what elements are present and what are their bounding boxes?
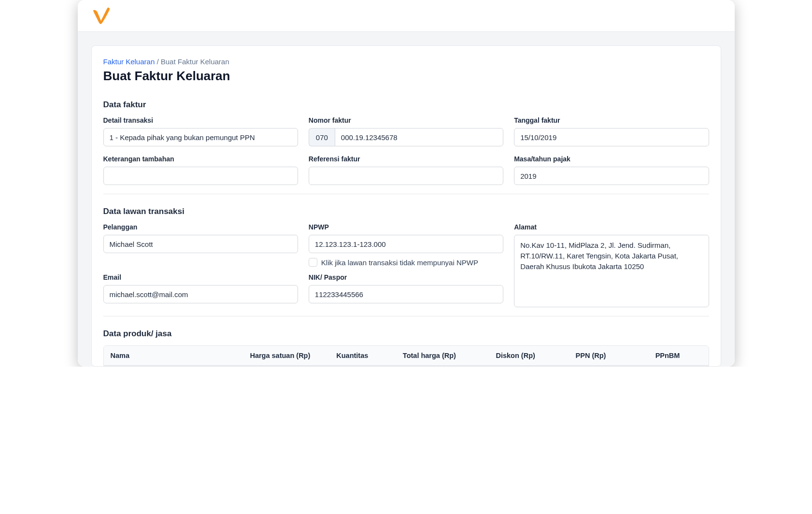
product-table-header: Nama Harga satuan (Rp) Kuantitas Total h… [104,346,709,366]
input-detail-transaksi[interactable]: 1 - Kepada pihak yang bukan pemungut PPN [103,128,298,146]
field-referensi-faktur: Referensi faktur [309,155,503,185]
lawan-row: Pelanggan Michael Scott Email michael.sc… [103,223,709,307]
section-title-faktur: Data faktur [103,100,709,110]
input-group-nomor-faktur: 070 000.19.12345678 [309,128,503,146]
label-npwp: NPWP [309,223,503,231]
col-header-diskon: Diskon (Rp) [489,346,569,365]
label-keterangan-tambahan: Keterangan tambahan [103,155,298,163]
label-referensi-faktur: Referensi faktur [309,155,503,163]
col-header-nama: Nama [104,346,243,365]
field-keterangan-tambahan: Keterangan tambahan [103,155,298,185]
label-nomor-faktur: Nomor faktur [309,116,503,124]
col-header-ppn: PPN (Rp) [569,346,649,365]
input-referensi-faktur[interactable] [309,167,503,185]
label-detail-transaksi: Detail transaksi [103,116,298,124]
field-nik: NIK/ Paspor 112233445566 [309,273,503,303]
textarea-alamat[interactable]: No.Kav 10-11, MidPlaza 2, Jl. Jend. Sudi… [514,235,709,307]
divider [103,316,709,316]
breadcrumb-root-link[interactable]: Faktur Keluaran [103,57,155,66]
breadcrumb-current: Buat Faktur Keluaran [161,57,229,66]
field-alamat: Alamat No.Kav 10-11, MidPlaza 2, Jl. Jen… [514,223,709,307]
input-masa-tahun-pajak[interactable]: 2019 [514,167,709,185]
input-nomor-faktur[interactable]: 000.19.12345678 [335,128,503,146]
page-title: Buat Faktur Keluaran [103,69,709,84]
input-keterangan-tambahan[interactable] [103,167,298,185]
input-tanggal-faktur[interactable]: 15/10/2019 [514,128,709,146]
input-pelanggan[interactable]: Michael Scott [103,235,298,253]
checkbox-row-no-npwp: Klik jika lawan transaksi tidak mempunya… [309,258,503,267]
page-body: Faktur Keluaran / Buat Faktur Keluaran B… [78,32,735,367]
label-masa-tahun-pajak: Masa/tahun pajak [514,155,709,163]
checkbox-no-npwp[interactable] [309,258,317,267]
lawan-col-1: Pelanggan Michael Scott Email michael.sc… [103,223,298,303]
col-header-harga-satuan: Harga satuan (Rp) [243,346,329,365]
checkbox-label-no-npwp: Klik jika lawan transaksi tidak mempunya… [321,258,478,267]
section-title-lawan: Data lawan transaksi [103,207,709,216]
product-table: Nama Harga satuan (Rp) Kuantitas Total h… [103,345,709,366]
input-npwp[interactable]: 12.123.123.1-123.000 [309,235,503,253]
breadcrumb-separator: / [157,57,158,66]
label-email: Email [103,273,298,281]
label-alamat: Alamat [514,223,709,231]
col-header-ppnbm: PPnBM [649,346,709,365]
input-prefix-nomor-faktur: 070 [309,128,335,146]
input-nik[interactable]: 112233445566 [309,285,503,303]
field-masa-tahun-pajak: Masa/tahun pajak 2019 [514,155,709,185]
field-npwp: NPWP 12.123.123.1-123.000 Klik jika lawa… [309,223,503,267]
lawan-col-2: NPWP 12.123.123.1-123.000 Klik jika lawa… [309,223,503,303]
field-pelanggan: Pelanggan Michael Scott [103,223,298,253]
faktur-row-1: Detail transaksi 1 - Kepada pihak yang b… [103,116,709,146]
col-header-total-harga: Total harga (Rp) [396,346,489,365]
field-tanggal-faktur: Tanggal faktur 15/10/2019 [514,116,709,146]
form-card: Faktur Keluaran / Buat Faktur Keluaran B… [91,45,721,367]
app-window: Faktur Keluaran / Buat Faktur Keluaran B… [78,0,735,367]
field-email: Email michael.scott@mail.com [103,273,298,303]
field-nomor-faktur: Nomor faktur 070 000.19.12345678 [309,116,503,146]
input-email[interactable]: michael.scott@mail.com [103,285,298,303]
label-tanggal-faktur: Tanggal faktur [514,116,709,124]
col-header-kuantitas: Kuantitas [329,346,396,365]
field-detail-transaksi: Detail transaksi 1 - Kepada pihak yang b… [103,116,298,146]
label-nik: NIK/ Paspor [309,273,503,281]
label-pelanggan: Pelanggan [103,223,298,231]
breadcrumb: Faktur Keluaran / Buat Faktur Keluaran [103,57,709,66]
divider [103,194,709,194]
app-logo-icon [91,7,111,25]
faktur-row-2: Keterangan tambahan Referensi faktur Mas… [103,155,709,185]
topbar [78,0,735,32]
section-title-produk: Data produk/ jasa [103,329,709,339]
